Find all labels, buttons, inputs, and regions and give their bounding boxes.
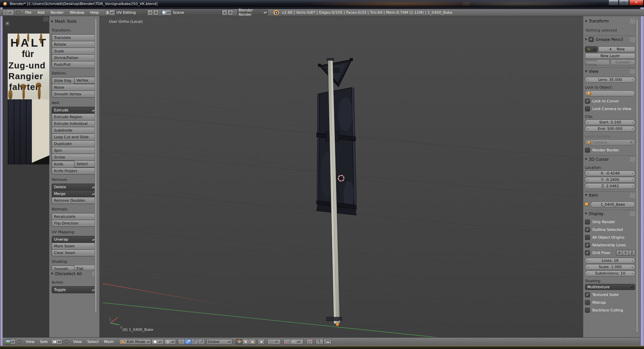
cursor-y-slider[interactable]: ◂Y: -0.1600▸ <box>585 177 635 183</box>
vertex-slide-button[interactable]: Vertex <box>74 77 97 84</box>
knife-select-button[interactable]: Select <box>74 160 97 167</box>
menu-window[interactable]: Window <box>67 10 87 15</box>
uv-panel-expand-icon[interactable]: + <box>5 21 10 26</box>
tool-shelf-scrollbar[interactable] <box>95 18 97 313</box>
panel-deselect-all[interactable]: ▼ (De)select All <box>51 270 98 277</box>
maximize-button[interactable]: ▢ <box>619 0 629 5</box>
menu-file[interactable]: File <box>22 10 34 15</box>
clip-end-slider[interactable]: ◂End: 500.000▸ <box>585 126 635 132</box>
flat-button[interactable]: Flat <box>74 265 97 270</box>
manipulator-rotate-toggle[interactable] <box>192 339 198 345</box>
screw-button[interactable]: Screw <box>52 154 97 161</box>
cursor-x-slider[interactable]: ◂X: -0.4249▸ <box>585 170 635 176</box>
grid-x-toggle[interactable]: X <box>616 250 623 256</box>
grid-floor-checkbox[interactable]: ✓ <box>585 250 590 255</box>
grease-pencil-checkbox[interactable]: ✓ <box>589 37 594 42</box>
panel-mesh-tools[interactable]: ▼ Mesh Tools <box>51 18 98 25</box>
editor-type-dropdown-uv[interactable]: ▲▼ <box>4 339 16 345</box>
screen-layout-name[interactable]: UV Editing <box>115 10 147 15</box>
n-panel-scrollbar[interactable] <box>636 19 639 333</box>
item-name-field[interactable]: 1_0400_Bake <box>590 201 635 207</box>
relationship-lines-checkbox[interactable]: ✓ <box>585 243 590 248</box>
top-triangle-marker[interactable] <box>318 58 353 87</box>
grid-lines-slider[interactable]: ◂Lines: 16▸ <box>585 258 635 263</box>
opengl-render-button[interactable] <box>316 339 324 345</box>
delete-menu-button[interactable]: Delete▲▼ <box>52 184 97 191</box>
lock-object-field[interactable] <box>585 90 635 96</box>
opengl-render-anim-button[interactable] <box>324 339 332 345</box>
mark-seam-button[interactable]: Mark Seam <box>52 243 97 250</box>
area-corner-grip[interactable] <box>43 17 49 21</box>
lens-slider[interactable]: ◂Lens: 35.000▸ <box>585 77 635 83</box>
translate-button[interactable]: Translate <box>52 34 97 41</box>
mode-dropdown[interactable]: Edit Mode ▲▼ <box>119 339 151 345</box>
clip-start-slider[interactable]: ◂Start: 0.100▸ <box>585 119 635 125</box>
subdivide-button[interactable]: Subdivide <box>52 127 97 134</box>
grid-subdivisions-slider[interactable]: ◂Subdivisions: 10▸ <box>585 270 635 276</box>
clear-seam-button[interactable]: Clear Seam <box>52 249 97 256</box>
extrude-region-button[interactable]: Extrude Region <box>52 113 97 120</box>
snap-magnet-toggle[interactable] <box>283 339 290 345</box>
editor-type-dropdown-info[interactable]: ⓘ▲▼ <box>3 10 14 15</box>
grease-pencil-source-dropdown[interactable]: ✎▲▼ <box>585 46 598 52</box>
extrude-menu-button[interactable]: Extrude▲▼ <box>52 107 97 114</box>
window-titlebar[interactable]: Blender* [C:\Users\Schmiddi\Desktop\Blen… <box>0 0 644 7</box>
proportional-edit-dropdown[interactable]: ▲▼ <box>267 339 281 345</box>
manipulator-axis-toggle[interactable] <box>178 339 185 345</box>
spin-button[interactable]: Spin <box>52 147 97 154</box>
convert-button[interactable]: Convert <box>610 59 635 65</box>
local-camera-field[interactable]: Camera ✕ <box>585 139 635 145</box>
pivot-point-dropdown[interactable]: ▲▼ <box>164 339 176 345</box>
grid-scale-slider[interactable]: ◂Scale: 1.000▸ <box>585 264 635 270</box>
face-select-toggle[interactable] <box>249 339 256 345</box>
rotate-button[interactable]: Rotate <box>52 41 97 48</box>
panel-view[interactable]: ▼View <box>585 67 635 75</box>
panel-drag-grip[interactable] <box>630 157 635 162</box>
action-toggle-dropdown[interactable]: Toggle▲▼ <box>52 286 97 293</box>
only-render-checkbox[interactable] <box>585 219 590 225</box>
panel-3d-cursor[interactable]: ▼3D Cursor <box>585 155 635 163</box>
delete-scene-x-icon[interactable]: ✕ <box>227 10 233 15</box>
knife-button[interactable]: Knife <box>52 161 74 168</box>
scene-browse-icon[interactable]: ▲▼ <box>161 10 171 15</box>
panel-transform[interactable]: ▼Transform <box>585 17 635 25</box>
limit-selection-visible-toggle[interactable] <box>258 339 265 345</box>
panel-collapse-triangle-icon[interactable]: ▼ <box>51 20 53 23</box>
panel-drag-grip[interactable] <box>630 69 635 74</box>
scale-button[interactable]: Scale <box>52 48 97 55</box>
viewport-3d[interactable]: User Ortho (Local) (0) 1_0400_Bake y ▼ M… <box>49 16 640 346</box>
cursor-z-slider[interactable]: ◂Z: 2.0462▸ <box>585 183 635 189</box>
manipulator-scale-toggle[interactable] <box>198 339 205 345</box>
view3d-menu-select[interactable]: Select <box>85 340 101 344</box>
panel-item[interactable]: ▼Item <box>585 191 635 199</box>
collapse-menus-icon[interactable]: − <box>64 340 68 344</box>
grease-new-button[interactable]: +New <box>598 46 635 52</box>
vertex-select-toggle[interactable] <box>236 339 243 345</box>
delete-frame-button[interactable]: Delete Frame <box>585 59 610 65</box>
manipulator-translate-toggle[interactable] <box>185 339 192 345</box>
shading-mode-dropdown[interactable]: Multitexture▲▼ <box>585 284 635 290</box>
smooth-button[interactable]: Smooth <box>52 265 74 270</box>
snap-element-dropdown[interactable]: ▲▼ <box>290 339 304 345</box>
screen-layout-browse-icon[interactable]: ▲▼ <box>105 10 115 15</box>
all-object-origins-checkbox[interactable] <box>585 235 590 240</box>
backface-culling-checkbox[interactable] <box>585 308 590 313</box>
edge-slide-button[interactable]: Slide Edg <box>52 77 74 84</box>
add-scene-plus-icon[interactable]: + <box>222 10 227 15</box>
flip-direction-button[interactable]: Flip Direction <box>52 220 97 227</box>
transform-orientation-dropdown[interactable]: Global▲▼ <box>206 339 232 345</box>
lock-to-cursor-checkbox[interactable]: ✓ <box>585 99 590 104</box>
remove-doubles-button[interactable]: Remove Doubles <box>52 197 97 204</box>
render-engine-dropdown[interactable]: Blender Render▲▼ <box>237 10 268 15</box>
menu-render[interactable]: Render <box>48 10 67 15</box>
uv-menu-view[interactable]: View <box>23 340 37 344</box>
panel-drag-grip[interactable] <box>630 211 635 216</box>
panel-grease-pencil[interactable]: ▼ ✓ Grease Pencil <box>585 36 635 43</box>
edge-select-toggle[interactable] <box>243 339 249 345</box>
knife-project-button[interactable]: Knife Project <box>52 167 97 174</box>
grid-z-toggle[interactable]: Z <box>629 250 635 256</box>
grid-y-toggle[interactable]: Y <box>623 250 629 256</box>
scene-name[interactable]: Scene <box>171 10 222 15</box>
editor-type-dropdown-3d[interactable]: ▲▼ <box>51 339 62 345</box>
push-pull-button[interactable]: Push/Pull <box>52 61 97 68</box>
